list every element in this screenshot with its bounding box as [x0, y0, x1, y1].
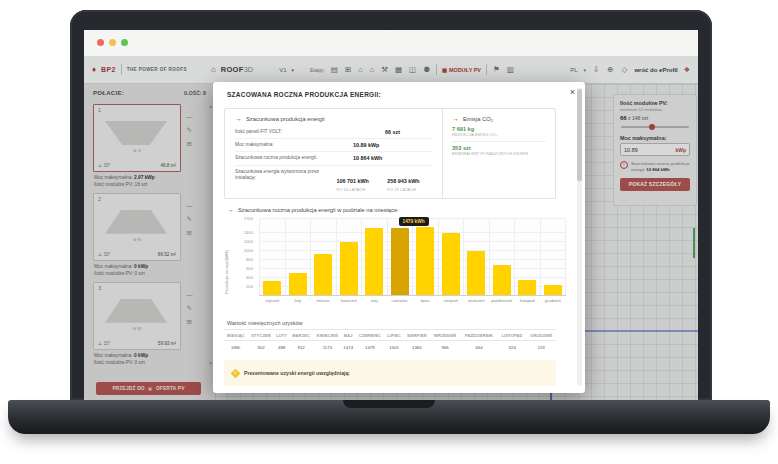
trees-caption: EKWIWALENT POSADZONYCH DRZEW — [452, 152, 546, 156]
trees-value: 353 szt — [452, 145, 546, 151]
chart-y-axis-label: Produkcja energii [kWh] — [224, 224, 229, 294]
browser-chrome — [84, 30, 698, 57]
y-tick: 1700 — [244, 216, 253, 221]
scrollbar-thumb[interactable] — [577, 89, 582, 181]
bar-luty[interactable] — [289, 273, 307, 295]
summary-row: Moc maksymalna: 10.89 kWp — [235, 138, 432, 151]
chart-slot-październik: październik — [489, 218, 515, 295]
x-tick-luty: luty — [286, 298, 311, 303]
co2-heading: Emisja CO₂ — [463, 116, 493, 122]
chart-plot-area: styczeńlutymarzeckwiecieńmajczerwiec1479… — [259, 218, 566, 296]
co2-reduction-caption: REDUKCJA EMISJI CO₂ — [452, 133, 546, 137]
arrow-right-icon: → — [227, 206, 234, 213]
y-tick: 1200 — [244, 238, 253, 243]
y-tick: 800 — [246, 256, 253, 261]
energy-production-modal: SZACOWANA ROCZNA PRODUKCJA ENERGII: × → … — [213, 82, 585, 393]
chart-slot-kwiecień: kwiecień — [336, 218, 362, 295]
arrow-right-icon: → — [235, 115, 242, 122]
chart-slot-marzec: marzec — [310, 218, 336, 295]
y-tick: 600 — [246, 265, 253, 270]
bar-maj[interactable] — [365, 228, 383, 295]
x-tick-styczeń: styczeń — [260, 298, 285, 303]
chart-slot-listopad: listopad — [514, 218, 540, 295]
close-window-dot[interactable] — [97, 39, 104, 46]
bar-sierpień[interactable] — [442, 233, 460, 295]
modal-scrollbar[interactable] — [577, 88, 582, 386]
x-tick-lipiec: lipiec — [413, 298, 438, 303]
arrow-right-icon: → — [452, 115, 459, 122]
zoom-window-dot[interactable] — [121, 39, 128, 46]
y-tick: 1000 — [244, 247, 253, 252]
summary-row: Szacunkowa energia wytworzona przez inst… — [235, 165, 432, 195]
close-icon[interactable]: × — [570, 87, 575, 97]
chart-slot-styczeń: styczeń — [259, 218, 285, 295]
co2-reduction-value: 7 691 kg — [452, 126, 546, 132]
chart-tooltip: 1479 kWh — [399, 217, 429, 226]
bar-styczeń[interactable] — [263, 281, 281, 295]
bar-czerwiec[interactable] — [391, 228, 409, 295]
y-tick: 200 — [246, 283, 253, 288]
chart-slot-wrzesień: wrzesień — [463, 218, 489, 295]
bar-grudzień[interactable] — [544, 285, 562, 295]
minimize-window-dot[interactable] — [109, 39, 116, 46]
chart-slot-czerwiec: czerwiec1479 kWh — [387, 218, 413, 295]
y-tick: 1400 — [244, 229, 253, 234]
bar-marzec[interactable] — [314, 254, 332, 295]
chart-slot-maj: maj — [361, 218, 387, 295]
chart-slot-luty: luty — [285, 218, 311, 295]
bar-październik[interactable] — [493, 265, 511, 295]
x-tick-czerwiec: czerwiec — [388, 298, 413, 303]
chart-heading: Szacunkowa roczna produkcja energii w po… — [238, 207, 399, 213]
summary-heading: Szacunkowa produkcja energii — [246, 116, 325, 122]
warning-icon: ! — [231, 368, 241, 378]
bar-listopad[interactable] — [518, 280, 536, 295]
x-tick-maj: maj — [362, 298, 387, 303]
x-tick-kwiecień: kwiecień — [337, 298, 362, 303]
chart-y-axis: 1700140012001000800600400200 — [233, 218, 255, 295]
y-tick: 400 — [246, 274, 253, 279]
summary-row: Szacunkowa roczna produkcja energii: 10 … — [235, 151, 432, 164]
bar-lipiec[interactable] — [416, 227, 434, 295]
x-tick-listopad: listopad — [515, 298, 540, 303]
laptop-notch — [343, 400, 435, 408]
chart-slot-sierpień: sierpień — [438, 218, 464, 295]
x-tick-październik: październik — [490, 298, 515, 303]
summary-box: → Szacunkowa produkcja energii Ilość pan… — [224, 108, 556, 199]
x-tick-grudzień: grudzień — [541, 298, 566, 303]
modal-title: SZACOWANA ROCZNA PRODUKCJA ENERGII: — [227, 91, 381, 98]
monthly-production-chart: Produkcja energii [kWh] 1700140012001000… — [227, 218, 570, 314]
footer-note: ! Prezentowane uzyski energii uwzględnia… — [224, 360, 556, 386]
chart-slot-lipiec: lipiec — [412, 218, 438, 295]
monthly-values-table: MIESIĄCSTYCZEŃLUTYMARZECKWIECIEŃMAJCZERW… — [224, 329, 556, 354]
table-title: Wartość miesięcznych uzysków — [227, 320, 303, 326]
laptop-base — [8, 400, 770, 434]
chart-slot-grudzień: grudzień — [540, 218, 567, 295]
laptop-screen: ♦ BP2 THE POWER OF ROOFS ⌂ ROOF3D V1 ▾ E… — [84, 30, 698, 400]
bar-kwiecień[interactable] — [340, 242, 358, 295]
co2-box: → Emisja CO₂ 7 691 kg REDUKCJA EMISJI CO… — [443, 109, 555, 198]
bar-wrzesień[interactable] — [467, 251, 485, 295]
x-tick-wrzesień: wrzesień — [464, 298, 489, 303]
x-tick-marzec: marzec — [311, 298, 336, 303]
summary-row: Ilość paneli FIT VOLT: 66 szt — [235, 126, 432, 138]
x-tick-sierpień: sierpień — [439, 298, 464, 303]
